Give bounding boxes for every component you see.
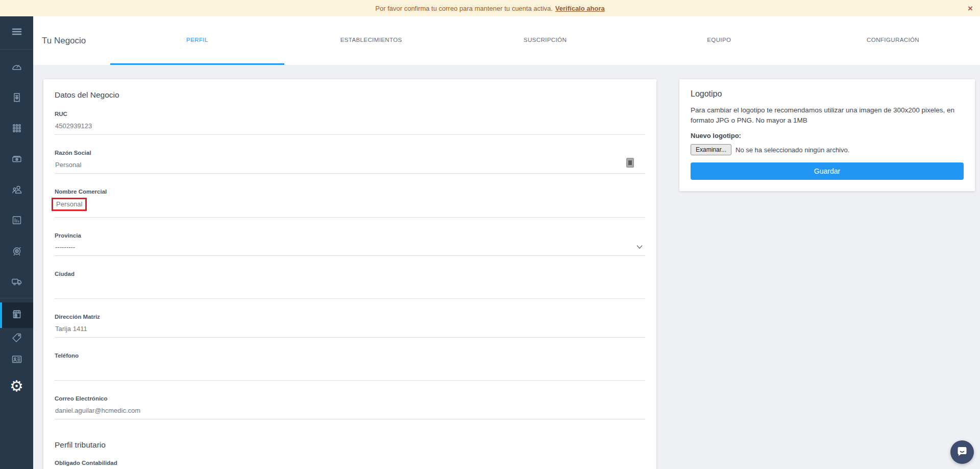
email-confirm-banner: Por favor confirma tu correo para manten… [0,0,980,16]
razon-social-label: Razón Social [55,150,645,156]
sidebar-item-catalog[interactable] [0,114,33,145]
red-annotation-box: Personal [52,198,87,211]
storefront-icon [11,308,23,322]
business-data-card: Datos del Negocio RUC Razón Social Nombr… [43,79,656,469]
correo-label: Correo Electrónico [55,395,645,402]
bar-chart-icon [11,214,23,228]
banner-message: Por favor confirma tu correo para manten… [375,5,553,12]
telefono-input[interactable] [55,363,645,381]
receipt-icon [11,91,23,106]
field-razon-social: Razón Social [55,150,645,174]
tab-establecimientos[interactable]: ESTABLECIMIENTOS [284,16,458,65]
chevron-down-icon [636,243,643,251]
sidebar-divider [0,298,33,298]
field-nombre-comercial: Nombre Comercial Personal [55,189,645,218]
grid-dots-icon [11,122,23,136]
page-title: Tu Negocio [42,16,110,65]
tab-equipo[interactable]: EQUIPO [632,16,806,65]
sidebar-item-customers[interactable] [0,175,33,206]
field-telefono: Teléfono [55,353,645,381]
tab-bar: PERFIL ESTABLECIMIENTOS SUSCRIPCIÓN EQUI… [110,16,980,65]
tab-perfil[interactable]: PERFIL [110,16,284,65]
direccion-matriz-label: Dirección Matriz [55,314,645,320]
provincia-label: Provincia [55,232,645,239]
autofill-extension-icon[interactable] [626,158,634,168]
sidebar-item-dashboard[interactable] [0,53,33,83]
ciudad-label: Ciudad [55,271,645,277]
ruc-label: RUC [55,111,645,117]
users-icon [11,183,23,198]
sidebar: ⚙ [0,16,33,469]
form-title: Datos del Negocio [55,90,645,100]
menu-toggle-button[interactable] [0,16,33,49]
sidebar-item-cash[interactable] [0,145,33,175]
tag-icon [11,332,23,346]
page-header: Tu Negocio PERFIL ESTABLECIMIENTOS SUSCR… [33,16,980,65]
ciudad-input[interactable] [55,282,645,299]
field-correo-electronico: Correo Electrónico [55,395,645,419]
no-file-selected-text: No se ha seleccionado ningún archivo. [736,146,849,154]
sidebar-item-business-active[interactable] [0,302,33,328]
provincia-selected-value: --------- [55,243,75,251]
sidebar-item-delivery[interactable] [0,267,33,298]
chat-widget-button[interactable] [950,440,974,464]
id-card-icon [11,353,23,367]
chat-bubble-icon [955,444,969,460]
logotype-title: Logotipo [691,89,964,99]
correo-input[interactable] [55,406,645,419]
truck-icon [11,275,23,290]
gear-icon: ⚙ [10,377,23,395]
field-ruc: RUC [55,111,645,135]
dashboard-gauge-icon [11,61,23,75]
logotype-card: Logotipo Para cambiar el logotipo te rec… [679,79,975,191]
telefono-label: Teléfono [55,353,645,359]
razon-social-input[interactable] [55,160,645,174]
nombre-comercial-label: Nombre Comercial [55,189,645,195]
direccion-matriz-input[interactable] [55,324,645,338]
money-icon [11,153,23,167]
hamburger-icon [11,26,23,40]
sidebar-item-contacts[interactable] [0,349,33,371]
sidebar-item-goals[interactable] [0,237,33,267]
file-input-row: Examinar... No se ha seleccionado ningún… [691,144,964,155]
ruc-input[interactable] [55,122,645,135]
provincia-select[interactable]: --------- [55,243,645,256]
sidebar-item-settings[interactable]: ⚙ [0,371,33,401]
browse-file-button[interactable]: Examinar... [691,144,731,155]
nombre-comercial-input[interactable]: Personal [55,199,645,218]
target-icon [11,245,23,259]
tab-suscripcion[interactable]: SUSCRIPCIÓN [458,16,632,65]
banner-close-icon[interactable]: × [968,4,973,13]
field-ciudad: Ciudad [55,271,645,299]
tax-profile-title: Perfil tributario [55,440,645,450]
field-provincia: Provincia --------- [55,232,645,256]
tab-configuracion[interactable]: CONFIGURACIÓN [806,16,980,65]
sidebar-item-receipts[interactable] [0,83,33,114]
verify-now-link[interactable]: Verifícalo ahora [555,5,605,12]
sidebar-item-tags[interactable] [0,328,33,349]
logotype-description: Para cambiar el logotipo te recomendamos… [691,105,964,125]
sidebar-item-reports[interactable] [0,206,33,237]
obligado-contabilidad-label: Obligado Contabilidad [55,460,645,466]
save-button[interactable]: Guardar [691,162,964,180]
new-logotype-label: Nuevo logotipo: [691,132,964,139]
field-direccion-matriz: Dirección Matriz [55,314,645,338]
